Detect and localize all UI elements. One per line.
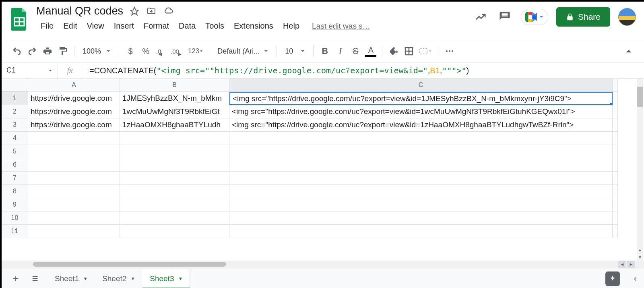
- cell-A2[interactable]: https://drive.google.com: [28, 105, 120, 118]
- cell-A5[interactable]: [28, 145, 120, 158]
- zoom-dropdown[interactable]: 100%: [78, 47, 115, 56]
- cell-C3[interactable]: <img src="https://drive.google.com/uc?ex…: [229, 118, 613, 132]
- menu-edit[interactable]: Edit: [59, 20, 81, 32]
- decrease-decimal-button[interactable]: .0: [154, 44, 168, 58]
- cell-B3[interactable]: 1zHaaOMXH8ghaaBTYLudh: [120, 118, 229, 132]
- cell-A4[interactable]: [28, 132, 120, 145]
- menu-view[interactable]: View: [83, 20, 109, 32]
- cell-extra[interactable]: [613, 92, 618, 105]
- collapse-side-button[interactable]: ‹: [634, 273, 637, 284]
- scroll-left-icon[interactable]: ◄: [618, 261, 626, 268]
- sheet-tab-Sheet1[interactable]: Sheet1 ▼: [47, 269, 95, 288]
- comments-icon[interactable]: [497, 9, 513, 25]
- cell-A11[interactable]: [28, 225, 120, 238]
- cell-B11[interactable]: [120, 225, 229, 238]
- cell-C5[interactable]: [229, 145, 613, 158]
- text-color-button[interactable]: A: [363, 44, 378, 58]
- cell-C8[interactable]: [229, 185, 613, 198]
- sheet-tab-caret-icon[interactable]: ▼: [178, 276, 183, 282]
- cell-A10[interactable]: [28, 211, 120, 225]
- row-header-4[interactable]: 4: [2, 132, 28, 145]
- row-header-2[interactable]: 2: [2, 105, 28, 118]
- meet-button[interactable]: [521, 9, 548, 25]
- menu-extensions[interactable]: Extensions: [229, 20, 278, 32]
- explore-button[interactable]: [605, 271, 620, 286]
- redo-button[interactable]: [25, 44, 39, 58]
- move-icon[interactable]: [146, 6, 157, 17]
- cell-B7[interactable]: [120, 172, 229, 185]
- cell-C4[interactable]: [229, 132, 613, 145]
- row-header-6[interactable]: 6: [2, 158, 28, 172]
- menu-file[interactable]: File: [36, 20, 58, 32]
- spreadsheet-grid[interactable]: ABC1https://drive.google.com1JMESyhBzzBX…: [2, 79, 644, 261]
- share-button[interactable]: Share: [556, 7, 610, 27]
- row-header-10[interactable]: 10: [2, 211, 28, 225]
- cell-B1[interactable]: 1JMESyhBzzBX_N-m_bMkm: [120, 92, 229, 105]
- strikethrough-button[interactable]: S: [348, 44, 363, 58]
- merge-button[interactable]: [417, 44, 434, 58]
- cell-extra[interactable]: [613, 158, 618, 172]
- collapse-toolbar-button[interactable]: [621, 44, 636, 58]
- menu-insert[interactable]: Insert: [109, 20, 138, 32]
- menu-help[interactable]: Help: [279, 20, 304, 32]
- row-header-9[interactable]: 9: [2, 198, 28, 211]
- menu-tools[interactable]: Tools: [201, 20, 229, 32]
- font-dropdown[interactable]: Default (Ari...: [213, 47, 272, 56]
- row-header-7[interactable]: 7: [2, 172, 28, 185]
- cell-C10[interactable]: [229, 211, 613, 225]
- cell-A6[interactable]: [28, 158, 120, 172]
- hscroll-thumb[interactable]: [33, 262, 226, 267]
- cell-extra[interactable]: [613, 145, 618, 158]
- cell-C6[interactable]: [229, 158, 613, 172]
- cell-extra[interactable]: [613, 105, 618, 118]
- cell-B10[interactable]: [120, 211, 229, 225]
- formula-input[interactable]: =CONCATENATE("<img src=""https://drive.g…: [82, 66, 644, 75]
- cell-extra[interactable]: [613, 225, 618, 238]
- vertical-scrollbar[interactable]: ▲ ▼: [637, 79, 643, 261]
- user-avatar[interactable]: [618, 8, 636, 26]
- sheets-logo[interactable]: [10, 7, 29, 31]
- menu-data[interactable]: Data: [174, 20, 200, 32]
- cell-C11[interactable]: [229, 225, 613, 238]
- undo-button[interactable]: [10, 44, 24, 58]
- scroll-thumb[interactable]: [637, 87, 643, 107]
- increase-decimal-button[interactable]: .00: [169, 44, 186, 58]
- sheet-tab-Sheet3[interactable]: Sheet3 ▼: [142, 269, 190, 288]
- cell-B9[interactable]: [120, 198, 229, 211]
- percent-button[interactable]: %: [138, 44, 153, 58]
- cell-A9[interactable]: [28, 198, 120, 211]
- menu-format[interactable]: Format: [139, 20, 173, 32]
- cell-B4[interactable]: [120, 132, 229, 145]
- cell-B8[interactable]: [120, 185, 229, 198]
- format-dropdown[interactable]: 123: [186, 44, 205, 58]
- select-all-cell[interactable]: [2, 79, 28, 92]
- more-button[interactable]: [442, 44, 457, 58]
- paint-format-button[interactable]: [56, 44, 70, 58]
- horizontal-scrollbar[interactable]: ◄►: [2, 261, 644, 269]
- row-header-3[interactable]: 3: [2, 118, 28, 132]
- cell-C9[interactable]: [229, 198, 613, 211]
- scroll-right-icon[interactable]: ►: [627, 261, 635, 268]
- borders-button[interactable]: [402, 44, 416, 58]
- col-header-A[interactable]: A: [28, 79, 120, 92]
- last-edit-link[interactable]: Last edit was s…: [312, 22, 370, 31]
- cell-B2[interactable]: 1wcMuUwMgNf3T9RbkfEiGt: [120, 105, 229, 118]
- add-sheet-button[interactable]: +: [9, 272, 23, 285]
- all-sheets-button[interactable]: ≡: [28, 272, 42, 285]
- print-button[interactable]: [40, 44, 55, 58]
- cell-extra[interactable]: [613, 185, 618, 198]
- italic-button[interactable]: I: [333, 44, 347, 58]
- row-header-5[interactable]: 5: [2, 145, 28, 158]
- cloud-status-icon[interactable]: [163, 6, 174, 17]
- fill-color-button[interactable]: [386, 44, 401, 58]
- cell-C2[interactable]: <img src="https://drive.google.com/uc?ex…: [229, 105, 613, 118]
- sheet-tab-caret-icon[interactable]: ▼: [83, 276, 88, 282]
- cell-extra[interactable]: [613, 172, 618, 185]
- sheet-tab-Sheet2[interactable]: Sheet2 ▼: [95, 269, 142, 288]
- row-header-8[interactable]: 8: [2, 185, 28, 198]
- cell-A3[interactable]: https://drive.google.com: [28, 118, 120, 132]
- row-header-11[interactable]: 11: [2, 225, 28, 238]
- cell-B5[interactable]: [120, 145, 229, 158]
- sheet-tab-caret-icon[interactable]: ▼: [130, 276, 135, 282]
- star-icon[interactable]: [129, 6, 140, 17]
